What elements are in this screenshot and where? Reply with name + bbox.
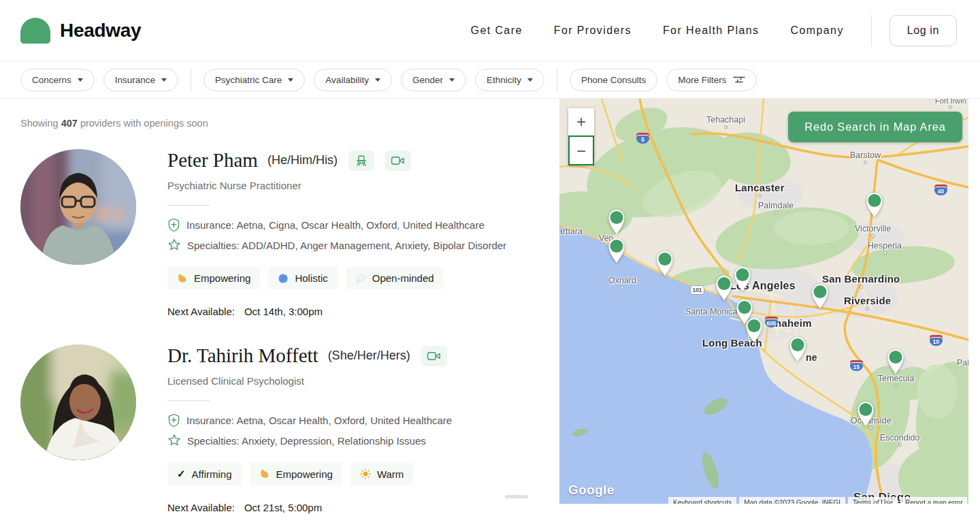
city-label-arbara: arbara [559,227,583,236]
google-logo[interactable]: Google [568,483,615,498]
top-header: Headway Get CareFor ProvidersFor Health … [0,0,980,61]
city-dot [883,251,887,255]
city-dot [724,125,728,129]
filter-concerns[interactable]: Concerns [20,69,95,91]
filter-bar: ConcernsInsurancePsychiatric CareAvailab… [0,61,980,99]
provider-map-pin[interactable] [787,336,808,363]
zoom-in-button[interactable]: + [568,108,594,135]
city-dot [860,285,863,289]
attribution-terms-of-use[interactable]: Terms of Use [848,497,898,504]
provider-map-pin[interactable] [732,266,753,293]
interstate-shield-40: 40 [934,185,947,195]
redo-search-button[interactable]: Redo Search in Map Area [788,112,962,142]
interstate-shield-10: 10 [930,335,943,346]
provider-map-pin[interactable] [655,250,675,277]
main-content: Showing 407 providers with openings soon [0,99,980,528]
city-dot [864,161,867,164]
results-summary: Showing 407 providers with openings soon [20,118,544,129]
summary-suffix: providers with openings soon [78,118,208,129]
filter-gender[interactable]: Gender [401,69,466,91]
nav-divider [871,15,872,46]
filter-lines-icon [733,76,745,84]
summary-count: 407 [61,118,78,129]
insurance-value: Aetna, Oscar Health, Oxford, United Heal… [236,415,452,426]
specialties-row: Specialties: Anxiety, Depression, Relati… [167,434,452,447]
filter-phone-consults[interactable]: Phone Consults [570,69,657,91]
city-label-palm-s: Palm S [957,358,968,368]
filter-insurance[interactable]: Insurance [103,69,178,91]
city-label-victorville: Victorville [855,224,891,238]
chevron-down-icon [375,78,380,82]
muscle-emoji [177,273,188,284]
city-dot [949,106,952,109]
city-label-san-bernardino: San Bernardino [822,273,900,289]
provider-card[interactable]: Dr. Tahirih Moffett (She/Her/Hers) Licen… [20,324,544,528]
filter-ethnicity[interactable]: Ethnicity [475,69,544,91]
headway-wordmark: Headway [60,20,141,42]
provider-map-pin[interactable] [744,317,764,344]
nav-link-get-care[interactable]: Get Care [471,25,523,37]
interstate-shield-15: 15 [850,360,863,371]
insurance-label: Insurance: [186,415,234,426]
nav-link-for-health-plans[interactable]: For Health Plans [663,25,760,37]
insurance-label: Insurance: [186,219,234,231]
nav-link-for-providers[interactable]: For Providers [554,25,632,37]
filter-more-filters[interactable]: More Filters [666,69,756,91]
insurance-row: Insurance: Aetna, Cigna, Oscar Health, O… [167,218,506,232]
provider-map-pin[interactable] [810,283,830,310]
provider-map-pin[interactable] [606,208,627,236]
trait-badges: ✓ Affirming Empowering Warm [167,462,452,485]
specialties-label: Specialties: [187,240,240,251]
filter-availability[interactable]: Availability [314,69,392,91]
attribution-report-a-map-error[interactable]: Report a map error [900,497,967,504]
provider-map-pin[interactable] [864,191,885,219]
city-dot [866,307,869,310]
provider-map-pin[interactable] [714,274,734,302]
provider-map-pin[interactable] [606,237,627,264]
next-available-value: Oct 14th, 3:00pm [244,306,323,317]
in-person-chair-icon [348,150,374,171]
city-label-temecula: Temecula [878,374,915,387]
provider-pronouns: (She/Her/Hers) [328,349,410,363]
trait-badge: Empowering [167,267,260,289]
provider-name[interactable]: Peter Pham [167,149,258,172]
provider-title: Psychiatric Nurse Practitioner [167,180,506,191]
nav-link-company[interactable]: Company [791,25,844,37]
divider [167,205,210,206]
city-label-barstow: Barstow [850,150,881,164]
headway-logo[interactable]: Headway [20,18,141,44]
map-canvas[interactable]: Fort IrwinTehachapiBarstowLancasterPalmd… [559,99,968,504]
filter-psychiatric-care[interactable]: Psychiatric Care [203,69,305,91]
attribution-map-data-2023-google-inegi[interactable]: Map data ©2023 Google, INEGI [739,497,845,504]
provider-map-pin[interactable] [855,400,876,428]
specialties-row: Specialties: ADD/ADHD, Anger Management,… [167,238,506,252]
provider-card[interactable]: Peter Pham (He/Him/His) [20,129,544,324]
main-nav: Get CareFor ProvidersFor Health PlansCom… [471,25,844,37]
next-available-row: Next Available:Oct 21st, 5:00pm [167,502,452,513]
city-dot [898,443,902,447]
provider-name[interactable]: Dr. Tahirih Moffett [167,344,318,367]
provider-map-pin[interactable] [885,348,906,375]
chevron-down-icon [78,78,83,82]
map-attribution: Keyboard shortcutsMap data ©2023 Google,… [668,497,967,504]
results-panel: Showing 407 providers with openings soon [0,99,544,528]
us-route-shield-101: 101 [690,285,704,295]
specialties-star-icon [167,238,181,252]
results-scrollbar[interactable] [505,495,528,498]
chevron-down-icon [161,78,167,82]
city-label-lancaster: Lancaster [735,182,785,197]
divider [167,400,210,401]
city-label-palmdale: Palmdale [758,201,794,214]
sun-emoji [360,468,371,479]
city-label-escondido: Escondido [880,433,919,447]
checkmark-emoji: ✓ [177,468,186,480]
login-button[interactable]: Log in [889,15,957,46]
city-dot [710,317,713,321]
trait-badge: Open-minded [346,267,444,289]
city-dot [774,211,778,214]
filter-group-divider [557,68,557,91]
city-label-tehachapi: Tehachapi [706,115,745,129]
zoom-out-button[interactable]: − [568,135,594,165]
chevron-down-icon [288,78,293,82]
chevron-down-icon [449,78,455,82]
